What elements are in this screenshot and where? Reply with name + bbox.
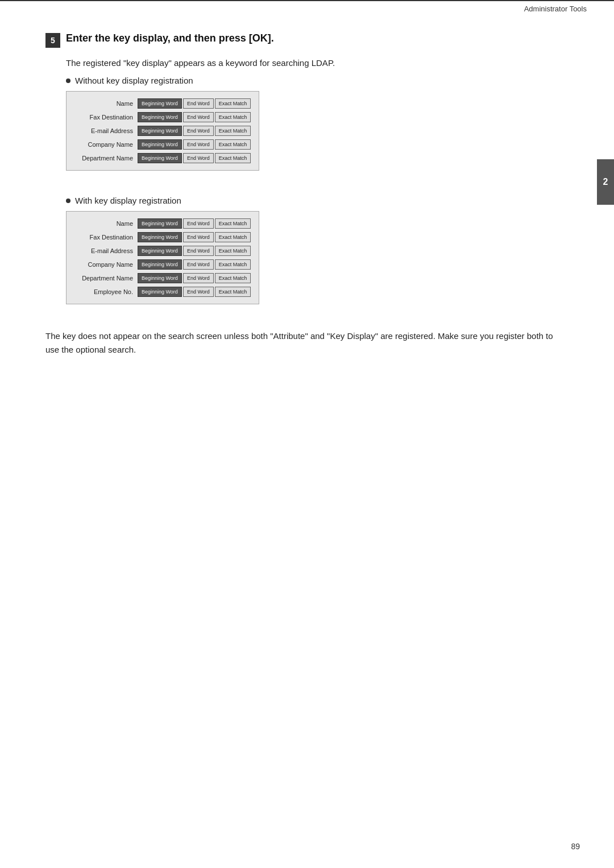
exact-match-btn[interactable]: Exact Match bbox=[215, 259, 251, 270]
field-label: Fax Destination bbox=[72, 114, 138, 121]
exact-match-btn[interactable]: Exact Match bbox=[215, 126, 251, 136]
main-content: 5 Enter the key display, and then press … bbox=[0, 15, 614, 391]
beginning-word-btn[interactable]: Beginning Word bbox=[138, 126, 182, 136]
header-title: Administrator Tools bbox=[524, 5, 587, 13]
dialog-row: E-mail Address Beginning Word End Word E… bbox=[72, 246, 253, 256]
footer-text: The key does not appear on the search sc… bbox=[45, 329, 569, 357]
btn-group: Beginning Word End Word Exact Match bbox=[138, 246, 251, 256]
end-word-btn[interactable]: End Word bbox=[183, 98, 214, 109]
field-label: Department Name bbox=[72, 275, 138, 282]
exact-match-btn[interactable]: Exact Match bbox=[215, 153, 251, 163]
bullet-label-2: With key display registration bbox=[66, 196, 569, 205]
field-label: Name bbox=[72, 220, 138, 227]
dialog-row: Fax Destination Beginning Word End Word … bbox=[72, 232, 253, 242]
btn-group: Beginning Word End Word Exact Match bbox=[138, 218, 251, 229]
dialog-row: Employee No. Beginning Word End Word Exa… bbox=[72, 287, 253, 297]
beginning-word-btn[interactable]: Beginning Word bbox=[138, 218, 182, 229]
field-label: Fax Destination bbox=[72, 234, 138, 241]
exact-match-btn[interactable]: Exact Match bbox=[215, 273, 251, 283]
btn-group: Beginning Word End Word Exact Match bbox=[138, 232, 251, 242]
field-label: Employee No. bbox=[72, 288, 138, 295]
exact-match-btn[interactable]: Exact Match bbox=[215, 112, 251, 122]
field-label: E-mail Address bbox=[72, 127, 138, 134]
end-word-btn[interactable]: End Word bbox=[183, 218, 214, 229]
beginning-word-btn[interactable]: Beginning Word bbox=[138, 273, 182, 283]
end-word-btn[interactable]: End Word bbox=[183, 287, 214, 297]
dialog-row: Department Name Beginning Word End Word … bbox=[72, 273, 253, 283]
dialog-row: Name Beginning Word End Word Exact Match bbox=[72, 218, 253, 229]
btn-group: Beginning Word End Word Exact Match bbox=[138, 287, 251, 297]
field-label: Company Name bbox=[72, 141, 138, 148]
exact-match-btn[interactable]: Exact Match bbox=[215, 139, 251, 150]
bullet-dot-1 bbox=[66, 78, 70, 83]
end-word-btn[interactable]: End Word bbox=[183, 232, 214, 242]
exact-match-btn[interactable]: Exact Match bbox=[215, 287, 251, 297]
field-label: E-mail Address bbox=[72, 247, 138, 254]
field-label: Department Name bbox=[72, 155, 138, 162]
intro-text: The registered "key display" appears as … bbox=[45, 58, 569, 68]
beginning-word-btn[interactable]: Beginning Word bbox=[138, 98, 182, 109]
beginning-word-btn[interactable]: Beginning Word bbox=[138, 139, 182, 150]
btn-group: Beginning Word End Word Exact Match bbox=[138, 259, 251, 270]
step-title: Enter the key display, and then press [O… bbox=[66, 32, 274, 44]
field-label: Name bbox=[72, 100, 138, 107]
beginning-word-btn[interactable]: Beginning Word bbox=[138, 259, 182, 270]
dialog-row: E-mail Address Beginning Word End Word E… bbox=[72, 126, 253, 136]
field-label: Company Name bbox=[72, 261, 138, 268]
top-bar: Administrator Tools bbox=[0, 0, 614, 15]
exact-match-btn[interactable]: Exact Match bbox=[215, 232, 251, 242]
step-heading: 5 Enter the key display, and then press … bbox=[45, 32, 569, 48]
dialog-row: Company Name Beginning Word End Word Exa… bbox=[72, 139, 253, 150]
beginning-word-btn[interactable]: Beginning Word bbox=[138, 153, 182, 163]
dialog-row: Name Beginning Word End Word Exact Match bbox=[72, 98, 253, 109]
exact-match-btn[interactable]: Exact Match bbox=[215, 98, 251, 109]
beginning-word-btn[interactable]: Beginning Word bbox=[138, 232, 182, 242]
section-with-key: With key display registration Name Begin… bbox=[45, 196, 569, 318]
beginning-word-btn[interactable]: Beginning Word bbox=[138, 112, 182, 122]
btn-group: Beginning Word End Word Exact Match bbox=[138, 112, 251, 122]
end-word-btn[interactable]: End Word bbox=[183, 112, 214, 122]
section-without-key: Without key display registration Name Be… bbox=[45, 76, 569, 184]
btn-group: Beginning Word End Word Exact Match bbox=[138, 153, 251, 163]
bullet-dot-2 bbox=[66, 199, 70, 203]
dialog-box-2: Name Beginning Word End Word Exact Match… bbox=[66, 211, 259, 304]
beginning-word-btn[interactable]: Beginning Word bbox=[138, 246, 182, 256]
end-word-btn[interactable]: End Word bbox=[183, 139, 214, 150]
end-word-btn[interactable]: End Word bbox=[183, 273, 214, 283]
page-number: 89 bbox=[571, 842, 580, 851]
btn-group: Beginning Word End Word Exact Match bbox=[138, 98, 251, 109]
exact-match-btn[interactable]: Exact Match bbox=[215, 246, 251, 256]
dialog-row: Department Name Beginning Word End Word … bbox=[72, 153, 253, 163]
btn-group: Beginning Word End Word Exact Match bbox=[138, 273, 251, 283]
exact-match-btn[interactable]: Exact Match bbox=[215, 218, 251, 229]
end-word-btn[interactable]: End Word bbox=[183, 126, 214, 136]
dialog-row: Company Name Beginning Word End Word Exa… bbox=[72, 259, 253, 270]
dialog-row: Fax Destination Beginning Word End Word … bbox=[72, 112, 253, 122]
end-word-btn[interactable]: End Word bbox=[183, 246, 214, 256]
end-word-btn[interactable]: End Word bbox=[183, 153, 214, 163]
tab-indicator: 2 bbox=[597, 159, 614, 205]
btn-group: Beginning Word End Word Exact Match bbox=[138, 126, 251, 136]
bullet-label-1: Without key display registration bbox=[66, 76, 569, 85]
end-word-btn[interactable]: End Word bbox=[183, 259, 214, 270]
btn-group: Beginning Word End Word Exact Match bbox=[138, 139, 251, 150]
dialog-box-1: Name Beginning Word End Word Exact Match… bbox=[66, 91, 259, 171]
step-number: 5 bbox=[45, 33, 60, 48]
beginning-word-btn[interactable]: Beginning Word bbox=[138, 287, 182, 297]
